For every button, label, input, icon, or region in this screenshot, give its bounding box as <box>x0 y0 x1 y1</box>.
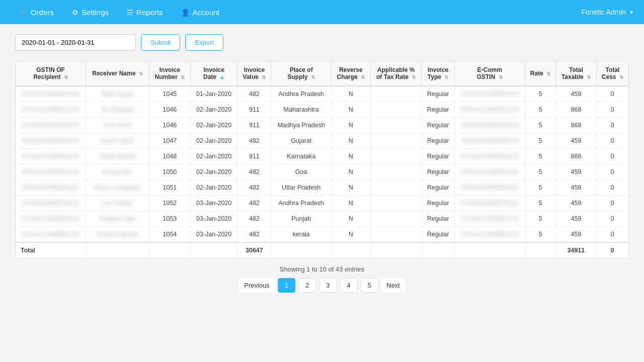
col-invoice-type[interactable]: InvoiceType ⇅ <box>422 61 454 86</box>
cell-invoice-type: Regular <box>422 164 454 180</box>
cell-receiver-name: Aju Narayan <box>86 102 149 118</box>
user-label: Fonetic Admin <box>581 8 626 16</box>
nav-account[interactable]: Account <box>172 0 229 24</box>
cell-total-taxable: 459 <box>556 86 596 102</box>
table-row: 07AAACX0000X1Z3 Nidhi Gupta 1045 01-Jan-… <box>16 86 628 102</box>
cell-total-taxable: 459 <box>556 227 596 243</box>
pagination-page-2[interactable]: 2 <box>298 278 316 293</box>
cell-rate: 5 <box>525 196 555 211</box>
cell-total-cess: 0 <box>596 196 628 211</box>
col-place-of-supply[interactable]: Place ofSupply ⇅ <box>271 61 331 86</box>
col-total-cess[interactable]: TotalCess ⇅ <box>596 61 628 86</box>
nav-reports[interactable]: Reports <box>118 0 172 24</box>
pagination-page-4[interactable]: 4 <box>340 278 358 293</box>
cell-receiver-name: Lori Thaker <box>86 196 149 211</box>
cell-total-taxable: 868 <box>556 149 596 164</box>
cell-invoice-type: Regular <box>422 149 454 164</box>
cell-receiver-name: Anjali Kathari <box>86 149 149 164</box>
total-label: Total <box>16 242 86 258</box>
col-reverse-charge[interactable]: ReverseCharge ⇅ <box>331 61 370 86</box>
nav-orders[interactable]: Orders <box>10 0 63 24</box>
cell-invoice-number: 1050 <box>149 164 190 180</box>
cell-ecomm-gstin: 07AAACX0001X1Z3 <box>454 102 525 118</box>
pagination-next[interactable]: Next <box>381 279 405 292</box>
cell-applicable-rate <box>370 196 422 211</box>
pagination: Previous 1 2 3 4 5 Next <box>15 278 629 293</box>
cell-applicable-rate <box>370 133 422 149</box>
cell-invoice-value: 482 <box>237 180 271 196</box>
cell-place-of-supply: Maharashtra <box>271 102 331 118</box>
col-gstin[interactable]: GSTIN OFRecipient ⇅ <box>16 61 86 86</box>
cell-invoice-number: 1046 <box>149 102 190 118</box>
date-range-input[interactable] <box>15 34 136 51</box>
cell-invoice-type: Regular <box>422 196 454 211</box>
submit-button[interactable]: Submit <box>141 34 180 51</box>
table-header-row: GSTIN OFRecipient ⇅ Receiver Name ⇅ Invo… <box>16 61 628 86</box>
user-menu[interactable]: Fonetic Admin ▼ <box>581 8 634 16</box>
cell-total-taxable: 459 <box>556 164 596 180</box>
reports-icon <box>127 8 133 17</box>
cell-invoice-type: Regular <box>422 86 454 102</box>
col-invoice-date[interactable]: InvoiceDate ▲ <box>190 61 237 86</box>
col-rate[interactable]: Rate ⇅ <box>525 61 555 86</box>
cell-invoice-value: 482 <box>237 86 271 102</box>
col-invoice-value[interactable]: InvoiceValue ⇅ <box>237 61 271 86</box>
cell-invoice-date: 02-Jan-2020 <box>190 164 237 180</box>
cell-invoice-type: Regular <box>422 180 454 196</box>
cell-invoice-type: Regular <box>422 102 454 118</box>
cell-invoice-type: Regular <box>422 211 454 227</box>
table-row: 07AAACX0007X1Z3 Lori Thaker 1052 03-Jan-… <box>16 196 628 211</box>
cell-applicable-rate <box>370 164 422 180</box>
nav-settings[interactable]: Settings <box>63 0 118 24</box>
total-invoice-value: 30647 <box>237 242 271 258</box>
table-total-row: Total 30647 34911 0 <box>16 242 628 258</box>
cell-gstin: 07AAACX0004X1Z3 <box>16 149 86 164</box>
col-applicable-rate[interactable]: Applicable %of Tax Rate ⇅ <box>370 61 422 86</box>
cell-invoice-number: 1045 <box>149 86 190 102</box>
cell-place-of-supply: Uttar Pradesh <box>271 180 331 196</box>
cell-rate: 5 <box>525 118 555 133</box>
cell-gstin: 07AAACX0008X1Z3 <box>16 211 86 227</box>
invoice-table: GSTIN OFRecipient ⇅ Receiver Name ⇅ Invo… <box>16 61 628 258</box>
cell-total-taxable: 459 <box>556 211 596 227</box>
cell-invoice-number: 1048 <box>149 149 190 164</box>
cell-applicable-rate <box>370 102 422 118</box>
cell-invoice-number: 1051 <box>149 180 190 196</box>
cell-total-taxable: 868 <box>556 102 596 118</box>
cell-ecomm-gstin: 07AAACX0009X1Z3 <box>454 227 525 243</box>
col-invoice-number[interactable]: InvoiceNumber ⇅ <box>149 61 190 86</box>
cell-gstin: 07AAACX0000X1Z3 <box>16 86 86 102</box>
cell-place-of-supply: Andhra Pradesh <box>271 196 331 211</box>
pagination-previous[interactable]: Previous <box>239 279 275 292</box>
cell-rate: 5 <box>525 164 555 180</box>
cell-invoice-date: 02-Jan-2020 <box>190 149 237 164</box>
cell-reverse-charge: N <box>331 118 370 133</box>
cell-rate: 5 <box>525 180 555 196</box>
pagination-page-1[interactable]: 1 <box>278 278 295 293</box>
cell-reverse-charge: N <box>331 133 370 149</box>
table-row: 07AAACX0006X1Z3 Dhruv Gangwani 1051 02-J… <box>16 180 628 196</box>
cell-ecomm-gstin: 07AAACX0008X1Z3 <box>454 211 525 227</box>
pagination-info-text: Showing 1 to 10 of 43 entries <box>280 265 364 273</box>
cell-total-taxable: 459 <box>556 180 596 196</box>
col-receiver-name[interactable]: Receiver Name ⇅ <box>86 61 149 86</box>
cell-total-taxable: 868 <box>556 118 596 133</box>
table-row: 07AAACX0004X1Z3 Anjali Kathari 1048 02-J… <box>16 149 628 164</box>
cell-applicable-rate <box>370 211 422 227</box>
table-row: 07AAACX0001X1Z3 Aju Narayan 1046 02-Jan-… <box>16 102 628 118</box>
cell-applicable-rate <box>370 118 422 133</box>
cell-reverse-charge: N <box>331 164 370 180</box>
navbar: Orders Settings Reports Account Fonetic … <box>0 0 644 24</box>
cell-place-of-supply: Karnataka <box>271 149 331 164</box>
export-button[interactable]: Export <box>185 34 223 51</box>
col-total-taxable[interactable]: TotalTaxable ⇅ <box>556 61 596 86</box>
cell-receiver-name: Nidhi Gupta <box>86 86 149 102</box>
cell-invoice-value: 911 <box>237 149 271 164</box>
table-row: 07AAACX0005X1Z3 Dhiraj Jain 1050 02-Jan-… <box>16 164 628 180</box>
cell-invoice-type: Regular <box>422 133 454 149</box>
pagination-page-5[interactable]: 5 <box>361 278 378 293</box>
cell-reverse-charge: N <box>331 211 370 227</box>
col-ecomm-gstin[interactable]: E-CommGSTIN ⇅ <box>454 61 525 86</box>
main-content: Submit Export GSTIN OFRecipient ⇅ Receiv… <box>0 24 644 308</box>
pagination-page-3[interactable]: 3 <box>319 278 337 293</box>
